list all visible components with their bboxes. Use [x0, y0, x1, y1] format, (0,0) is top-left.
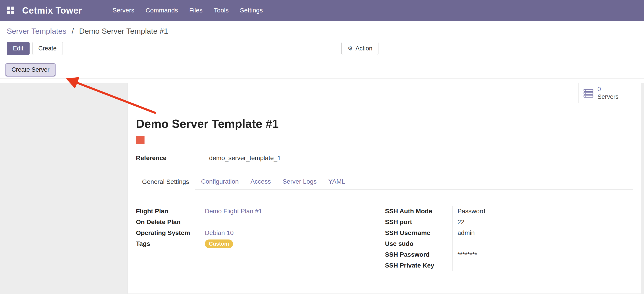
servers-stat-text: 0 Servers [598, 85, 618, 101]
statusbar: Create Server [0, 58, 644, 78]
breadcrumb-separator: / [72, 27, 74, 35]
gear-icon: ⚙ [348, 46, 353, 51]
operating-system-link[interactable]: Debian 10 [205, 229, 234, 237]
tab-access[interactable]: Access [244, 174, 276, 189]
reference-label: Reference [136, 152, 205, 164]
action-button-holder: ⚙ Action [342, 42, 378, 55]
app-brand[interactable]: Cetmix Tower [22, 6, 82, 16]
field-ssh-username: SSH Username admin [385, 227, 633, 238]
field-on-delete-plan: On Delete Plan [136, 217, 385, 227]
main-menu: Servers Commands Files Tools Settings [107, 0, 268, 21]
servers-count: 0 [598, 85, 618, 93]
reference-value: demo_server_template_1 [205, 152, 281, 164]
field-ssh-password: SSH Password ******** [385, 249, 633, 260]
breadcrumb: Server Templates / Demo Server Template … [0, 21, 644, 37]
field-ssh-auth-mode: SSH Auth Mode Password [385, 206, 633, 217]
field-ssh-port: SSH port 22 [385, 217, 633, 227]
control-panel: Edit Create ⚙ Action [0, 37, 644, 58]
field-use-sudo: Use sudo [385, 238, 633, 249]
menu-servers[interactable]: Servers [107, 0, 140, 21]
tag-badge: Custom [205, 239, 233, 248]
top-navbar: Cetmix Tower Servers Commands Files Tool… [0, 0, 644, 21]
apps-menu-icon[interactable] [7, 7, 14, 14]
main-content-area: 0 Servers Demo Server Template #1 Refere… [0, 83, 644, 294]
tab-yaml[interactable]: YAML [322, 174, 351, 189]
field-ssh-private-key: SSH Private Key [385, 260, 633, 271]
server-stack-icon [584, 89, 594, 98]
color-swatch [136, 136, 144, 144]
fields-left-column: Flight Plan Demo Flight Plan #1 On Delet… [136, 206, 385, 271]
notebook-tabs: General Settings Configuration Access Se… [136, 174, 633, 190]
edit-button[interactable]: Edit [7, 42, 30, 55]
field-operating-system: Operating System Debian 10 [136, 227, 385, 238]
sheet-body: Demo Server Template #1 Reference demo_s… [128, 103, 641, 271]
field-flight-plan: Flight Plan Demo Flight Plan #1 [136, 206, 385, 217]
servers-stat-button[interactable]: 0 Servers [578, 83, 641, 103]
menu-files[interactable]: Files [184, 0, 208, 21]
menu-settings[interactable]: Settings [234, 0, 268, 21]
create-button[interactable]: Create [32, 42, 63, 55]
create-server-button[interactable]: Create Server [6, 64, 55, 76]
reference-field-row: Reference demo_server_template_1 [136, 152, 633, 164]
button-box-row: 0 Servers [128, 83, 641, 103]
tab-server-logs[interactable]: Server Logs [276, 174, 322, 189]
servers-label: Servers [598, 93, 618, 101]
menu-commands[interactable]: Commands [140, 0, 184, 21]
field-tags: Tags Custom [136, 238, 385, 249]
general-settings-fields: Flight Plan Demo Flight Plan #1 On Delet… [136, 206, 633, 271]
menu-tools[interactable]: Tools [208, 0, 234, 21]
action-button[interactable]: ⚙ Action [342, 42, 378, 55]
flight-plan-link[interactable]: Demo Flight Plan #1 [205, 208, 262, 215]
form-sheet: 0 Servers Demo Server Template #1 Refere… [128, 83, 641, 294]
fields-right-column: SSH Auth Mode Password SSH port 22 SSH U… [385, 206, 633, 271]
record-title: Demo Server Template #1 [136, 117, 633, 131]
tab-configuration[interactable]: Configuration [195, 174, 245, 189]
tab-general-settings[interactable]: General Settings [136, 174, 195, 190]
action-button-label: Action [356, 45, 372, 52]
breadcrumb-parent-link[interactable]: Server Templates [7, 27, 66, 35]
breadcrumb-current: Demo Server Template #1 [79, 27, 168, 35]
